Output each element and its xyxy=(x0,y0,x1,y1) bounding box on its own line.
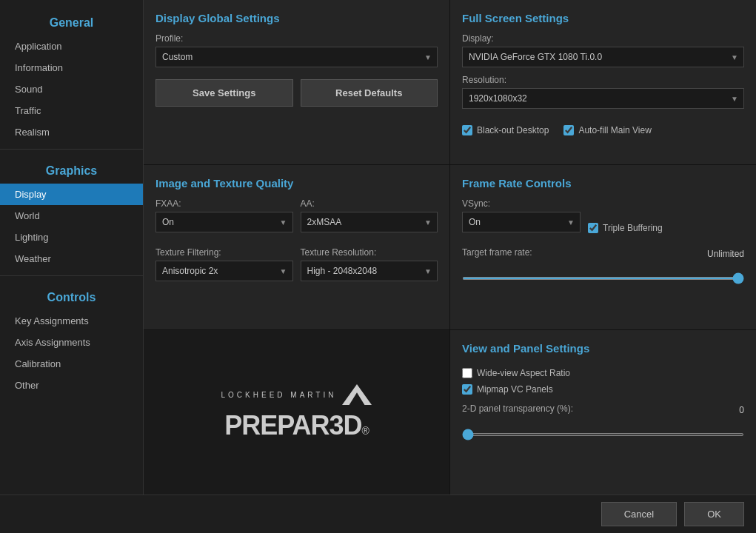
sidebar-divider-2 xyxy=(0,275,143,276)
footer: Cancel OK xyxy=(0,495,756,533)
target-value: Unlimited xyxy=(707,249,744,259)
resolution-select[interactable]: 1920x1080x32 xyxy=(462,88,744,109)
resolution-select-wrapper: 1920x1080x32 ▼ xyxy=(462,88,744,109)
mipmap-checkbox[interactable] xyxy=(462,384,472,395)
ok-button[interactable]: OK xyxy=(684,502,744,526)
sidebar-item-display[interactable]: Display xyxy=(0,184,143,205)
vsync-select-wrapper: On Off ▼ xyxy=(462,212,581,232)
aa-label: AA: xyxy=(301,198,438,209)
triple-buffering-checkbox[interactable] xyxy=(588,223,598,233)
fxaa-col: FXAA: On Off ▼ xyxy=(155,198,293,240)
transparency-label: 2-D panel transparency (%): xyxy=(462,403,573,414)
sidebar-item-sound[interactable]: Sound xyxy=(0,78,143,100)
wide-view-label: Wide-view Aspect Ratio xyxy=(477,368,570,378)
frame-rate-title: Frame Rate Controls xyxy=(462,177,744,190)
texture-resolution-col: Texture Resolution: High - 2048x2048 Med… xyxy=(301,247,438,289)
sidebar-item-traffic[interactable]: Traffic xyxy=(0,100,143,121)
view-panel-title: View and Panel Settings xyxy=(462,342,744,355)
sidebar-item-axis-assignments[interactable]: Axis Assignments xyxy=(0,332,143,353)
lm-text: LOCKHEED MARTIN xyxy=(221,391,337,399)
image-texture-title: Image and Texture Quality xyxy=(155,177,438,190)
transparency-row: 2-D panel transparency (%): 0 xyxy=(462,403,744,417)
sidebar-item-weather[interactable]: Weather xyxy=(0,248,143,269)
lockheed-martin-logo: LOCKHEED MARTIN PREPAR3D ® xyxy=(221,383,372,441)
aa-col: AA: 2xMSAA 4xMSAA 8xMSAA ▼ xyxy=(301,198,438,240)
display-label: Display: xyxy=(462,33,744,44)
autofill-row: Auto-fill Main View xyxy=(563,125,651,135)
display-select[interactable]: NVIDIA GeForce GTX 1080 Ti.0.0 xyxy=(462,47,744,67)
content-area: Display Global Settings Profile: Custom … xyxy=(144,0,756,495)
general-section-title: General xyxy=(0,7,143,36)
lm-top: LOCKHEED MARTIN xyxy=(221,383,372,406)
blackout-row: Black-out Desktop xyxy=(462,125,549,135)
vsync-row: On Off ▼ Triple Buffering xyxy=(462,212,744,240)
display-select-wrapper: NVIDIA GeForce GTX 1080 Ti.0.0 ▼ xyxy=(462,47,744,67)
fxaa-label: FXAA: xyxy=(155,198,293,209)
sidebar-item-key-assignments[interactable]: Key Assignments xyxy=(0,310,143,332)
autofill-label: Auto-fill Main View xyxy=(578,125,651,135)
sidebar-item-application[interactable]: Application xyxy=(0,36,143,57)
texture-resolution-select-wrapper: High - 2048x2048 Medium - 1024x1024 ▼ xyxy=(301,261,438,281)
fullscreen-panel: Full Screen Settings Display: NVIDIA GeF… xyxy=(450,0,756,164)
graphics-section-title: Graphics xyxy=(0,155,143,184)
target-frame-rate-row: Target frame rate: Unlimited xyxy=(462,247,744,261)
target-label: Target frame rate: xyxy=(462,247,532,258)
fxaa-select-wrapper: On Off ▼ xyxy=(155,212,293,232)
prepar3d-text: PREPAR3D xyxy=(224,410,361,441)
sidebar-item-world[interactable]: World xyxy=(0,205,143,227)
sidebar-item-information[interactable]: Information xyxy=(0,57,143,78)
blackout-checkbox[interactable] xyxy=(462,125,472,135)
transparency-value: 0 xyxy=(739,405,744,415)
controls-section-title: Controls xyxy=(0,282,143,310)
sidebar-item-lighting[interactable]: Lighting xyxy=(0,227,143,248)
reset-defaults-button[interactable]: Reset Defaults xyxy=(301,79,438,107)
triple-buffering-row: Triple Buffering xyxy=(588,223,663,233)
frame-rate-panel: Frame Rate Controls VSync: On Off ▼ Trip… xyxy=(450,165,756,329)
profile-label: Profile: xyxy=(155,33,438,44)
resolution-label: Resolution: xyxy=(462,75,744,85)
vsync-select[interactable]: On Off xyxy=(462,212,581,232)
autofill-checkbox[interactable] xyxy=(563,125,574,135)
fullscreen-title: Full Screen Settings xyxy=(462,12,744,24)
aa-select-wrapper: 2xMSAA 4xMSAA 8xMSAA ▼ xyxy=(301,212,438,232)
logo-panel: LOCKHEED MARTIN PREPAR3D ® xyxy=(144,330,449,495)
transparency-slider-container xyxy=(462,426,744,439)
mipmap-row: Mipmap VC Panels xyxy=(462,384,744,395)
button-row: Save Settings Reset Defaults xyxy=(155,79,438,107)
wide-view-checkbox[interactable] xyxy=(462,368,472,378)
triple-buffering-label: Triple Buffering xyxy=(603,223,663,233)
texture-filtering-select-wrapper: Anisotropic 2x Anisotropic 4x Anisotropi… xyxy=(155,261,293,281)
sidebar-item-calibration[interactable]: Calibration xyxy=(0,353,143,375)
registered-mark: ® xyxy=(362,425,369,437)
texture-resolution-select[interactable]: High - 2048x2048 Medium - 1024x1024 xyxy=(301,261,438,281)
texture-filtering-label: Texture Filtering: xyxy=(155,247,293,258)
aa-select[interactable]: 2xMSAA 4xMSAA 8xMSAA xyxy=(301,212,438,232)
profile-select[interactable]: Custom xyxy=(155,47,438,67)
profile-select-wrapper: Custom ▼ xyxy=(155,47,438,67)
lm-arrow-icon xyxy=(342,383,372,406)
save-settings-button[interactable]: Save Settings xyxy=(155,79,293,107)
wide-view-row: Wide-view Aspect Ratio xyxy=(462,368,744,378)
vsync-label: VSync: xyxy=(462,198,744,209)
svg-marker-0 xyxy=(342,384,372,405)
sidebar-divider-1 xyxy=(0,149,143,150)
target-frame-rate-slider[interactable] xyxy=(462,277,744,280)
prepar3d-logo: PREPAR3D ® xyxy=(224,410,369,441)
sidebar-item-other[interactable]: Other xyxy=(0,375,143,396)
sidebar: General Application Information Sound Tr… xyxy=(0,0,144,495)
texture-filtering-col: Texture Filtering: Anisotropic 2x Anisot… xyxy=(155,247,293,289)
mipmap-label: Mipmap VC Panels xyxy=(477,384,553,395)
target-slider-container xyxy=(462,269,744,283)
image-texture-grid: FXAA: On Off ▼ AA: 2xMSAA 4xMSAA xyxy=(155,198,438,289)
image-texture-panel: Image and Texture Quality FXAA: On Off ▼… xyxy=(144,165,449,329)
cancel-button[interactable]: Cancel xyxy=(601,502,677,526)
transparency-slider[interactable] xyxy=(462,433,744,436)
display-global-title: Display Global Settings xyxy=(155,12,438,24)
sidebar-item-realism[interactable]: Realism xyxy=(0,121,143,143)
view-panel: View and Panel Settings Wide-view Aspect… xyxy=(450,330,756,495)
texture-resolution-label: Texture Resolution: xyxy=(301,247,438,258)
display-global-panel: Display Global Settings Profile: Custom … xyxy=(144,0,449,164)
blackout-label: Black-out Desktop xyxy=(477,125,549,135)
texture-filtering-select[interactable]: Anisotropic 2x Anisotropic 4x Anisotropi… xyxy=(155,261,293,281)
fxaa-select[interactable]: On Off xyxy=(155,212,293,232)
